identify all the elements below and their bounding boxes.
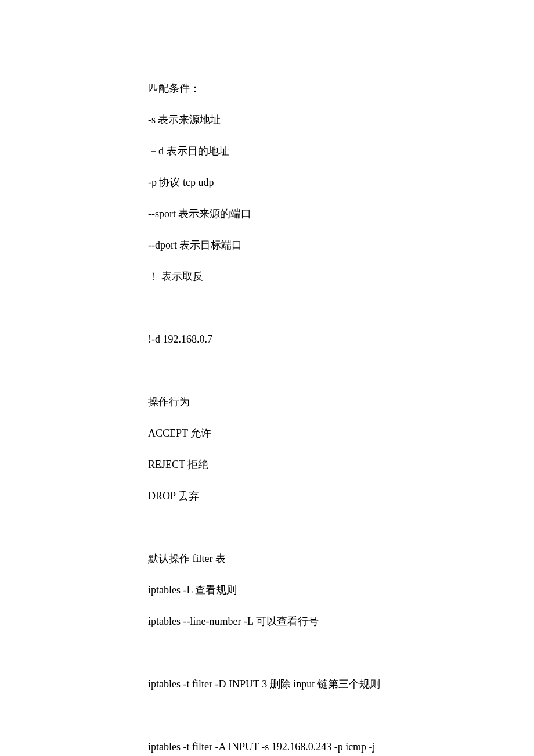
match-item: -p 协议 tcp udp: [148, 175, 386, 190]
blank: [148, 520, 386, 535]
filter-item: iptables -L 查看规则: [148, 582, 386, 598]
match-title: 匹配条件：: [148, 81, 386, 96]
blank: [148, 645, 386, 661]
match-item: -s 表示来源地址: [148, 112, 386, 128]
delete-rule: iptables -t filter -D INPUT 3 删除 input 链…: [148, 676, 386, 692]
filter-item: iptables --line-number -L 可以查看行号: [148, 614, 386, 629]
match-item: －d 表示目的地址: [148, 143, 386, 159]
action-item: DROP 丢弃: [148, 488, 386, 504]
blank: [148, 300, 386, 316]
action-item: REJECT 拒绝: [148, 457, 386, 473]
action-item: ACCEPT 允许: [148, 426, 386, 441]
example-line: !-d 192.168.0.7: [148, 332, 386, 347]
match-item: --dport 表示目标端口: [148, 237, 386, 253]
filter-title: 默认操作 filter 表: [148, 551, 386, 567]
match-item: ！ 表示取反: [148, 269, 386, 285]
blank: [148, 363, 386, 379]
actions-title: 操作行为: [148, 394, 386, 410]
add-rule-line1: iptables -t filter -A INPUT -s 192.168.0…: [148, 739, 386, 755]
blank: [148, 708, 386, 723]
match-item: --sport 表示来源的端口: [148, 206, 386, 222]
document-content: 匹配条件： -s 表示来源地址 －d 表示目的地址 -p 协议 tcp udp …: [148, 65, 386, 756]
